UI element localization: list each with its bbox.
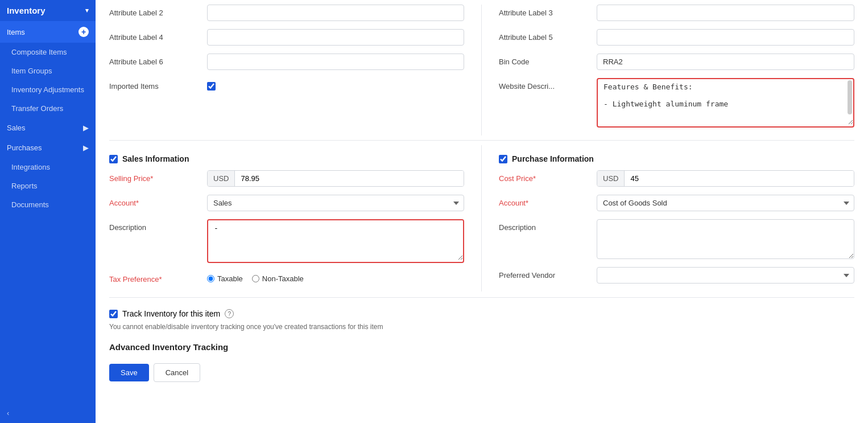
- sidebar-inventory-header[interactable]: Inventory ▾: [0, 0, 96, 21]
- sales-account-row: Account Sales Other Income Service Reven…: [109, 195, 464, 211]
- sidebar-purchases-arrow-icon: ▶: [83, 143, 89, 152]
- cancel-button[interactable]: Cancel: [154, 363, 200, 382]
- non-taxable-label: Non-Taxable: [262, 274, 304, 283]
- main-content: Attribute Label 2 Attribute Label 4 Attr…: [96, 0, 868, 423]
- sales-account-label: Account: [109, 195, 200, 207]
- purchase-description-label: Description: [499, 219, 590, 232]
- sidebar-item-transfer-orders[interactable]: Transfer Orders: [0, 99, 96, 118]
- track-inventory-note: You cannot enable/disable inventory trac…: [109, 323, 854, 331]
- sidebar-item-item-groups[interactable]: Item Groups: [0, 61, 96, 80]
- imported-items-checkbox[interactable]: [207, 82, 216, 91]
- sidebar-sales-arrow-icon: ▶: [83, 124, 89, 132]
- website-desc-textarea[interactable]: Features & Benefits: - Lightweight alumi…: [598, 79, 853, 125]
- cost-price-label: Cost Price: [499, 170, 590, 183]
- bin-code-row: Bin Code RRA2: [499, 54, 854, 70]
- bin-code-label: Bin Code: [499, 54, 590, 66]
- purchase-info-checkbox[interactable]: [499, 155, 507, 163]
- sidebar: Inventory ▾ Attribute Label 2 Items + Co…: [0, 0, 96, 423]
- tax-preference-radio-group: Taxable Non-Taxable: [207, 271, 304, 283]
- purchase-account-row: Account Cost of Goods Sold Purchases Oth…: [499, 195, 854, 211]
- attribute-label-6-input[interactable]: [207, 54, 464, 70]
- attribute-label-4-row: Attribute Label 4: [109, 29, 464, 46]
- sidebar-sales-label: Sales: [7, 124, 26, 132]
- selling-price-currency: USD: [208, 171, 235, 186]
- attribute-label-6-row: Attribute Label 6: [109, 54, 464, 70]
- attribute-label-4-input[interactable]: [207, 29, 464, 46]
- non-taxable-radio-label[interactable]: Non-Taxable: [252, 274, 304, 283]
- attribute-label-3-input[interactable]: [597, 5, 854, 21]
- purchase-info-label: Purchase Information: [512, 154, 594, 163]
- track-inventory-label: Track Inventory for this item: [122, 309, 220, 318]
- track-inventory-help-icon[interactable]: ?: [225, 309, 234, 318]
- attribute-label-2-input[interactable]: [207, 5, 464, 21]
- selling-price-label: Selling Price: [109, 170, 200, 183]
- purchase-account-select[interactable]: Cost of Goods Sold Purchases Other Expen…: [597, 195, 854, 211]
- sidebar-item-reports[interactable]: Reports: [0, 176, 96, 195]
- sales-account-select[interactable]: Sales Other Income Service Revenue: [207, 195, 464, 211]
- selling-price-input-group: USD 78.95: [207, 170, 464, 187]
- attribute-label-4-label: Attribute Label 4: [109, 29, 200, 42]
- sales-description-highlighted: -: [207, 219, 464, 263]
- imported-items-label: Imported Items: [109, 78, 200, 91]
- taxable-radio[interactable]: [207, 275, 214, 282]
- attribute-label-5-row: Attribute Label 5: [499, 29, 854, 46]
- sidebar-chevron-icon: ▾: [85, 7, 89, 14]
- items-add-icon[interactable]: +: [78, 27, 89, 37]
- sidebar-collapse-button[interactable]: ‹: [0, 403, 96, 423]
- sidebar-item-integrations[interactable]: Integrations: [0, 158, 96, 176]
- preferred-vendor-label: Preferred Vendor: [499, 267, 590, 280]
- track-inventory-checkbox[interactable]: [109, 310, 118, 318]
- attribute-label-6-label: Attribute Label 6: [109, 54, 200, 66]
- sales-info-checkbox[interactable]: [109, 155, 118, 163]
- attribute-label-2-label: Attribute Label 2: [109, 5, 200, 17]
- purchase-description-textarea[interactable]: [597, 219, 854, 259]
- purchase-account-label: Account: [499, 195, 590, 207]
- cost-price-row: Cost Price USD 45: [499, 170, 854, 187]
- website-desc-label: Website Descri...: [499, 78, 590, 91]
- track-inventory-row: Track Inventory for this item ?: [109, 309, 854, 318]
- non-taxable-radio[interactable]: [252, 275, 259, 282]
- cost-price-input[interactable]: 45: [625, 171, 854, 186]
- sales-description-textarea[interactable]: -: [208, 220, 463, 260]
- cost-price-currency: USD: [597, 171, 625, 186]
- sidebar-item-documents[interactable]: Documents: [0, 195, 96, 214]
- sidebar-item-composite-items[interactable]: Composite Items: [0, 43, 96, 61]
- website-desc-row: Website Descri... Features & Benefits: -…: [499, 78, 854, 128]
- attribute-label-3-row: Attribute Label 3: [499, 5, 854, 21]
- sales-description-label: Description: [109, 219, 200, 232]
- sales-description-row: Description -: [109, 219, 464, 263]
- advanced-inventory-label: Advanced Inventory Tracking: [109, 342, 854, 352]
- bin-code-input[interactable]: RRA2: [597, 54, 854, 70]
- sales-info-header: Sales Information: [109, 145, 464, 170]
- sales-info-label: Sales Information: [122, 154, 189, 163]
- save-button[interactable]: Save: [109, 364, 149, 381]
- tax-preference-label: Tax Preference: [109, 271, 200, 284]
- selling-price-input[interactable]: 78.95: [235, 171, 464, 186]
- taxable-radio-label[interactable]: Taxable: [207, 274, 243, 283]
- taxable-label: Taxable: [217, 274, 243, 283]
- attribute-label-5-input[interactable]: [597, 29, 854, 46]
- attribute-label-3-label: Attribute Label 3: [499, 5, 590, 17]
- form-actions: Save Cancel: [109, 363, 854, 382]
- preferred-vendor-select[interactable]: [597, 267, 854, 284]
- sidebar-item-inventory-adjustments[interactable]: Inventory Adjustments: [0, 80, 96, 99]
- purchase-info-header: Purchase Information: [499, 145, 854, 170]
- sidebar-section-sales[interactable]: Sales ▶: [0, 118, 96, 138]
- selling-price-row: Selling Price USD 78.95: [109, 170, 464, 187]
- attribute-label-5-label: Attribute Label 5: [499, 29, 590, 42]
- sidebar-purchases-label: Purchases: [7, 143, 42, 152]
- sidebar-item-items[interactable]: Attribute Label 2 Items +: [0, 21, 96, 43]
- sidebar-header-label: Inventory: [7, 6, 46, 15]
- tax-preference-row: Tax Preference Taxable Non-Taxable: [109, 271, 464, 284]
- attribute-label-2-row: Attribute Label 2: [109, 5, 464, 21]
- purchase-description-row: Description: [499, 219, 854, 259]
- preferred-vendor-row: Preferred Vendor: [499, 267, 854, 284]
- sidebar-section-purchases[interactable]: Purchases ▶: [0, 138, 96, 158]
- imported-items-row: Imported Items: [109, 78, 464, 91]
- cost-price-input-group: USD 45: [597, 170, 854, 187]
